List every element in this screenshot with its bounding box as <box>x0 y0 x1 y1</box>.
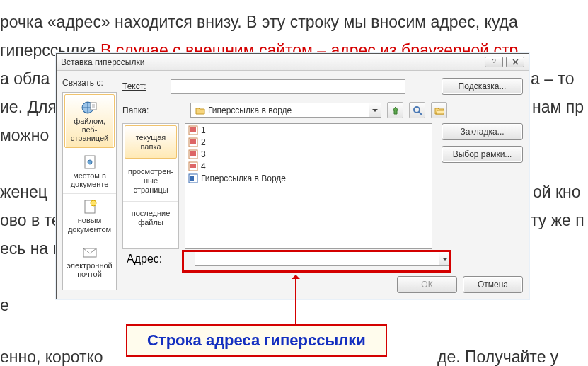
svg-rect-15 <box>190 164 196 168</box>
insert-hyperlink-dialog: Вставка гиперссылки ? Связать с: файлом,… <box>56 53 529 299</box>
close-button[interactable] <box>506 57 524 67</box>
bookmark-doc-icon <box>81 154 98 170</box>
callout-box: Строка адреса гиперссылки <box>126 324 387 357</box>
titlebar: Вставка гиперссылки ? <box>57 54 529 71</box>
list-item[interactable]: 1 <box>185 124 432 136</box>
open-folder-icon <box>434 106 444 115</box>
bg-line: енно, коротко <box>0 345 103 366</box>
list-item[interactable]: 4 <box>185 160 432 172</box>
magnifier-icon <box>413 105 422 115</box>
help-button[interactable]: ? <box>485 57 503 67</box>
sidebar-item-file-web[interactable]: файлом, веб-страницей <box>64 94 115 148</box>
folder-label: Папка: <box>122 105 165 115</box>
bg-line: ой кно <box>533 180 581 205</box>
svg-rect-13 <box>190 151 196 156</box>
address-label: Адрес: <box>127 253 169 265</box>
bg-line: женец <box>0 180 47 205</box>
globe-file-icon <box>81 100 98 115</box>
bg-line: де. Получайте у <box>437 345 558 366</box>
browse-web-button[interactable] <box>409 102 425 118</box>
text-input[interactable] <box>171 79 405 94</box>
list-item[interactable]: 2 <box>185 136 432 148</box>
svg-rect-9 <box>190 127 196 132</box>
folder-combo[interactable]: Гиперссылка в ворде <box>190 103 381 118</box>
text-row: Текст: Подсказка... <box>122 78 523 95</box>
email-icon <box>81 244 98 260</box>
sidebar-item-label: электронной почтой <box>67 261 113 278</box>
close-icon <box>512 59 519 65</box>
sidebar-item-email[interactable]: электронной почтой <box>63 239 116 283</box>
bg-line: ту же п <box>531 208 584 233</box>
bookmark-button[interactable]: Закладка... <box>442 123 523 140</box>
bg-line: есь на н <box>0 236 62 261</box>
list-item[interactable]: 3 <box>185 148 432 160</box>
linkwith-label: Связать с: <box>62 78 103 88</box>
svg-rect-17 <box>190 176 194 181</box>
word-file-icon <box>188 173 198 183</box>
folder-value: Гиперссылка в ворде <box>208 105 292 115</box>
bg-line: а – то <box>531 67 574 91</box>
sidebar-item-newdoc[interactable]: новым документом <box>63 194 116 239</box>
up-folder-button[interactable] <box>387 102 403 118</box>
svg-point-7 <box>414 107 420 113</box>
bg-line: нам пр <box>532 95 584 120</box>
folder-row: Папка: Гиперссылка в ворде <box>122 102 523 118</box>
linkwith-sidebar: файлом, веб-страницей местом в документе… <box>62 92 117 290</box>
svg-point-5 <box>91 200 96 206</box>
cancel-button[interactable]: Отмена <box>463 276 523 293</box>
dropdown-arrow[interactable] <box>369 103 381 117</box>
bg-line: ово в те <box>0 208 61 233</box>
folder-icon <box>195 106 205 115</box>
target-frame-button[interactable]: Выбор рамки... <box>442 146 523 163</box>
sidebar-item-label: местом в документе <box>71 171 109 188</box>
hint-button[interactable]: Подсказка... <box>442 78 523 95</box>
svg-point-3 <box>88 160 92 164</box>
up-arrow-icon <box>391 105 400 115</box>
nav-browsed-pages[interactable]: просмотрен-ные страницы <box>123 160 178 202</box>
callout-arrow <box>295 275 296 324</box>
bg-line: а обла <box>0 67 50 91</box>
browse-file-button[interactable] <box>431 102 447 118</box>
text-label: Текст: <box>122 81 165 91</box>
sidebar-item-label: файлом, веб-страницей <box>71 117 108 142</box>
list-item[interactable]: Гиперссылка в Ворде <box>185 172 432 184</box>
image-file-icon <box>188 137 198 147</box>
image-file-icon <box>188 125 198 135</box>
image-file-icon <box>188 161 198 171</box>
sidebar-item-label: новым документом <box>68 216 111 233</box>
ok-button: ОК <box>397 276 457 293</box>
address-row: Адрес: <box>122 247 523 270</box>
dropdown-arrow[interactable] <box>439 252 451 265</box>
svg-rect-11 <box>190 139 196 144</box>
dialog-title: Вставка гиперссылки <box>61 57 485 67</box>
folder-nav: текущая папка просмотрен-ные страницы по… <box>122 123 179 249</box>
bg-line: можно <box>0 123 49 148</box>
image-file-icon <box>188 149 198 159</box>
file-list[interactable]: 1 2 3 4 Гипе <box>185 123 432 249</box>
nav-current-folder[interactable]: текущая папка <box>125 125 177 159</box>
sidebar-item-place[interactable]: местом в документе <box>63 149 116 194</box>
address-combo[interactable] <box>195 251 451 266</box>
bg-line: ие. Для <box>0 95 57 120</box>
bg-line: рочка «адрес» находится внизу. В эту стр… <box>0 10 518 35</box>
nav-recent-files[interactable]: последние файлы <box>123 202 178 234</box>
bg-line: е <box>0 293 9 318</box>
new-doc-icon <box>81 199 98 215</box>
